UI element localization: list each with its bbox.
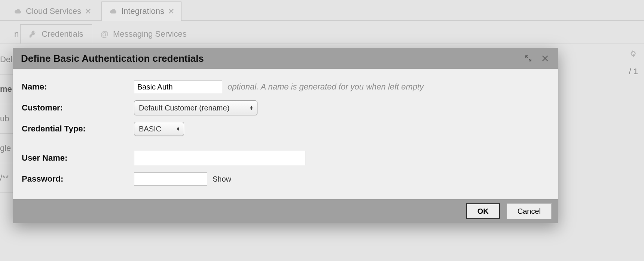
close-icon[interactable]: ✕: [168, 7, 174, 16]
dialog-titlebar: Define Basic Authentication credentials: [13, 48, 558, 69]
key-icon: [29, 30, 37, 38]
dialog-body: Name: optional. A name is generated for …: [13, 69, 558, 199]
label-password: Password:: [22, 174, 134, 184]
row-customer: Customer: Default Customer (rename) ▲▼: [22, 97, 549, 118]
row-username: User Name:: [22, 148, 549, 169]
close-icon[interactable]: ✕: [85, 7, 91, 16]
top-tab-bar: Cloud Services ✕ Integrations ✕: [0, 0, 644, 21]
chevron-updown-icon: ▲▼: [176, 127, 180, 131]
subtab-messaging-label: Messaging Services: [113, 29, 187, 39]
cancel-button[interactable]: Cancel: [507, 203, 552, 219]
cloud-icon: [13, 8, 22, 15]
close-icon[interactable]: [541, 54, 550, 63]
pagination-fragment: / 1: [629, 67, 638, 76]
subtab-messaging-services[interactable]: @ Messaging Services: [92, 24, 195, 43]
tab-integrations[interactable]: Integrations ✕: [101, 1, 181, 21]
refresh-icon[interactable]: [628, 49, 638, 58]
subtab-credentials[interactable]: Credentials: [20, 24, 92, 44]
show-password-link[interactable]: Show: [213, 175, 231, 183]
tab-cloud-services-label: Cloud Services: [26, 6, 81, 16]
customer-select-value: Default Customer (rename): [139, 104, 229, 112]
label-username: User Name:: [22, 153, 134, 163]
password-input[interactable]: [134, 172, 207, 186]
tab-cloud-services[interactable]: Cloud Services ✕: [6, 1, 98, 21]
subtab-fragment: n: [14, 25, 20, 43]
ok-button[interactable]: OK: [466, 203, 500, 219]
username-input[interactable]: [134, 151, 305, 165]
credential-type-select[interactable]: BASIC ▲▼: [134, 122, 184, 136]
dialog-title: Define Basic Authentication credentials: [21, 53, 204, 64]
label-credential-type: Credential Type:: [22, 124, 134, 134]
row-name: Name: optional. A name is generated for …: [22, 76, 549, 97]
dialog-footer: OK Cancel: [13, 199, 558, 223]
tab-integrations-label: Integrations: [121, 6, 164, 16]
expand-icon[interactable]: [524, 54, 533, 63]
name-input[interactable]: [134, 81, 222, 93]
hint-name: optional. A name is generated for you wh…: [228, 82, 424, 92]
sub-tab-bar: n Credentials @ Messaging Services: [0, 23, 644, 43]
row-password: Password: Show: [22, 169, 549, 189]
dialog-define-credentials: Define Basic Authentication credentials …: [13, 48, 558, 223]
subtab-credentials-label: Credentials: [42, 29, 83, 39]
credential-type-select-value: BASIC: [139, 125, 161, 133]
label-customer: Customer:: [22, 103, 134, 113]
at-icon: @: [101, 29, 109, 39]
row-credential-type: Credential Type: BASIC ▲▼: [22, 118, 549, 139]
customer-select[interactable]: Default Customer (rename) ▲▼: [134, 100, 257, 115]
chevron-updown-icon: ▲▼: [250, 106, 253, 110]
cloud-icon: [109, 8, 117, 15]
label-name: Name:: [22, 82, 134, 92]
